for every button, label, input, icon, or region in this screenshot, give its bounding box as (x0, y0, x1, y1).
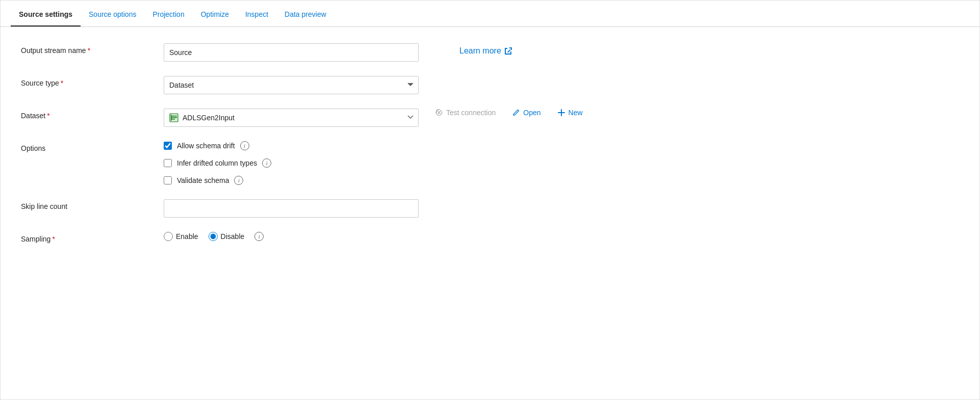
source-type-row: Source type* Dataset (21, 76, 959, 94)
options-group: Allow schema drift i Infer drifted colum… (164, 141, 271, 185)
allow-schema-drift-checkbox[interactable] (164, 142, 172, 150)
tabs-bar: Source settings Source options Projectio… (1, 1, 979, 27)
sampling-enable-radio[interactable] (164, 232, 173, 241)
dataset-select[interactable]: ADLSGen2Input (164, 109, 419, 127)
source-type-select-wrapper: Dataset (164, 76, 419, 94)
new-button[interactable]: New (557, 109, 583, 117)
validate-schema-row: Validate schema i (164, 176, 271, 185)
required-star-3: * (47, 112, 49, 120)
output-stream-name-control (164, 43, 419, 62)
tab-inspect[interactable]: Inspect (237, 2, 276, 26)
allow-schema-drift-info-icon[interactable]: i (240, 141, 249, 150)
required-star-4: * (52, 235, 55, 243)
sampling-disable-label: Disable (221, 232, 245, 241)
infer-drifted-checkbox[interactable] (164, 159, 172, 167)
dataset-actions: Test connection Open New (435, 109, 583, 117)
sampling-enable-label: Enable (176, 232, 198, 241)
validate-schema-info-icon[interactable]: i (234, 176, 243, 185)
new-plus-icon (557, 109, 565, 117)
skip-line-count-row: Skip line count (21, 199, 959, 218)
skip-line-count-control (164, 199, 419, 218)
options-label: Options (21, 141, 164, 152)
open-button[interactable]: Open (512, 109, 540, 117)
source-type-select[interactable]: Dataset (164, 76, 419, 94)
output-stream-name-row: Output stream name* Learn more (21, 43, 959, 62)
sampling-disable-option[interactable]: Disable (209, 232, 245, 241)
allow-schema-drift-label: Allow schema drift (177, 142, 235, 150)
tab-source-options[interactable]: Source options (81, 2, 144, 26)
test-connection-icon (435, 109, 443, 117)
options-row: Options Allow schema drift i Infer drift… (21, 141, 959, 185)
output-stream-name-label: Output stream name* (21, 43, 164, 55)
output-stream-name-input[interactable] (164, 43, 419, 62)
form-content: Output stream name* Learn more Source ty… (1, 27, 979, 274)
infer-drifted-row: Infer drifted column types i (164, 158, 271, 168)
sampling-disable-radio[interactable] (209, 232, 218, 241)
source-type-label: Source type* (21, 76, 164, 87)
dataset-row: Dataset* (21, 109, 959, 127)
sampling-radio-group: Enable Disable i (164, 232, 264, 241)
skip-line-count-input[interactable] (164, 199, 419, 218)
tab-optimize[interactable]: Optimize (193, 2, 237, 26)
infer-drifted-info-icon[interactable]: i (262, 158, 271, 168)
validate-schema-label: Validate schema (177, 176, 229, 184)
learn-more-link[interactable]: Learn more (459, 43, 512, 56)
tab-source-settings[interactable]: Source settings (11, 2, 81, 26)
open-pencil-icon (512, 109, 520, 117)
source-type-control: Dataset (164, 76, 419, 94)
required-star-1: * (88, 46, 90, 55)
external-link-icon (504, 47, 512, 55)
required-star-2: * (61, 79, 63, 87)
sampling-info-icon[interactable]: i (254, 232, 264, 241)
validate-schema-checkbox[interactable] (164, 176, 172, 184)
dataset-label: Dataset* (21, 109, 164, 120)
infer-drifted-label: Infer drifted column types (177, 159, 257, 167)
test-connection-button[interactable]: Test connection (435, 109, 496, 117)
skip-line-count-label: Skip line count (21, 199, 164, 210)
tab-data-preview[interactable]: Data preview (276, 2, 334, 26)
sampling-enable-option[interactable]: Enable (164, 232, 198, 241)
dataset-select-wrapper: ADLSGen2Input (164, 109, 419, 127)
sampling-control: Enable Disable i (164, 232, 264, 241)
sampling-label: Sampling* (21, 232, 164, 243)
tab-projection[interactable]: Projection (144, 2, 192, 26)
sampling-row: Sampling* Enable Disable i (21, 232, 959, 243)
allow-schema-drift-row: Allow schema drift i (164, 141, 271, 150)
dataset-control: ADLSGen2Input (164, 109, 419, 127)
